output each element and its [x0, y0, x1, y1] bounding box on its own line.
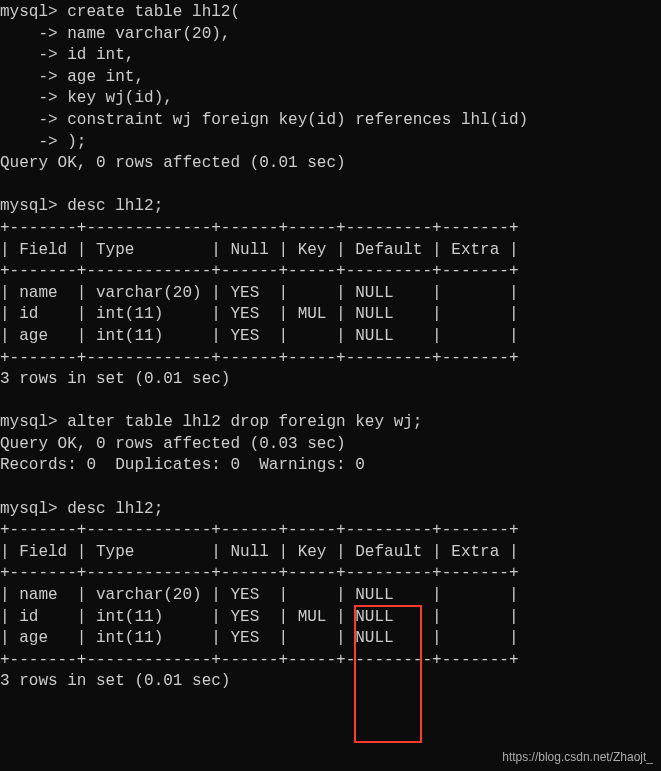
table-border: +-------+-------------+------+-----+----… — [0, 349, 518, 367]
table-border: +-------+-------------+------+-----+----… — [0, 219, 518, 237]
table-row: | age | int(11) | YES | | NULL | | — [0, 327, 518, 345]
table-footer: 3 rows in set (0.01 sec) — [0, 672, 230, 690]
cont-line: -> id int, — [0, 46, 134, 64]
table-header: | Field | Type | Null | Key | Default | … — [0, 543, 518, 561]
prompt-line: mysql> desc lhl2; — [0, 197, 163, 215]
cont-line: -> constraint wj foreign key(id) referen… — [0, 111, 528, 129]
cont-line: -> ); — [0, 133, 86, 151]
table-row: | name | varchar(20) | YES | | NULL | | — [0, 586, 518, 604]
table-row: | name | varchar(20) | YES | | NULL | | — [0, 284, 518, 302]
cont-line: -> age int, — [0, 68, 144, 86]
prompt-line: mysql> desc lhl2; — [0, 500, 163, 518]
table-border: +-------+-------------+------+-----+----… — [0, 262, 518, 280]
query-result: Query OK, 0 rows affected (0.01 sec) — [0, 154, 346, 172]
blank-line — [0, 176, 10, 194]
cont-line: -> key wj(id), — [0, 89, 173, 107]
table-border: +-------+-------------+------+-----+----… — [0, 564, 518, 582]
prompt-line: mysql> alter table lhl2 drop foreign key… — [0, 413, 422, 431]
table-header: | Field | Type | Null | Key | Default | … — [0, 241, 518, 259]
table-footer: 3 rows in set (0.01 sec) — [0, 370, 230, 388]
table-border: +-------+-------------+------+-----+----… — [0, 651, 518, 669]
blank-line — [0, 478, 10, 496]
terminal-output: mysql> create table lhl2( -> name varcha… — [0, 0, 661, 695]
query-result: Query OK, 0 rows affected (0.03 sec) — [0, 435, 346, 453]
blank-line — [0, 392, 10, 410]
table-row: | age | int(11) | YES | | NULL | | — [0, 629, 518, 647]
watermark-text: https://blog.csdn.net/Zhaojt_ — [502, 749, 653, 765]
table-border: +-------+-------------+------+-----+----… — [0, 521, 518, 539]
prompt-line: mysql> create table lhl2( — [0, 3, 240, 21]
cont-line: -> name varchar(20), — [0, 25, 230, 43]
table-row: | id | int(11) | YES | MUL | NULL | | — [0, 305, 518, 323]
query-result: Records: 0 Duplicates: 0 Warnings: 0 — [0, 456, 365, 474]
table-row: | id | int(11) | YES | MUL | NULL | | — [0, 608, 518, 626]
